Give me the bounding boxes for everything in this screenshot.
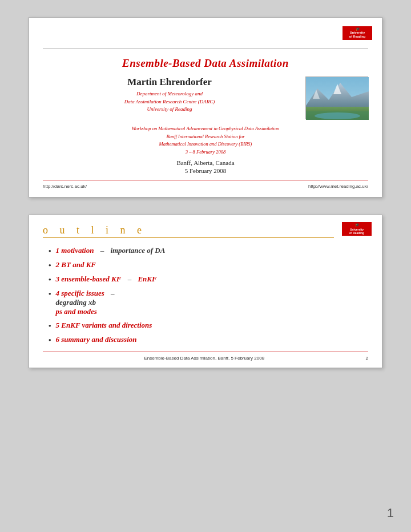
item-6-label: summary and discussion — [61, 335, 136, 344]
slide2-footer: Ensemble-Based Data Assimilation, Banff,… — [43, 354, 368, 362]
item-4-note-line1: degrading xb — [56, 298, 119, 307]
slide2-bottom-divider — [43, 352, 368, 352]
slide1-author-name: Martin Ehrendorfer — [43, 76, 296, 88]
item-6-number: 6 — [56, 335, 62, 344]
slide1-top-divider — [43, 49, 368, 49]
slide1-author-block: Martin Ehrendorfer Department of Meteoro… — [43, 76, 296, 114]
svg-point-6 — [315, 112, 360, 119]
item-4-number: 4 — [56, 289, 62, 297]
slide-1: 🎓 University of Reading Ensemble-Based D… — [29, 17, 382, 198]
item-1-number: 1 — [56, 246, 62, 255]
slide1-date: 5 February 2008 — [43, 167, 368, 174]
slide1-workshop: Workshop on Mathematical Advancement in … — [43, 125, 368, 156]
outline-item-6: • 6 summary and discussion — [49, 335, 368, 345]
item-2-number: 2 — [56, 260, 62, 269]
bullet-5: • — [49, 321, 51, 331]
outline-item-4: • 4 specific issues – degrading xb ps an… — [49, 289, 368, 316]
item-3-dash: – — [128, 275, 134, 283]
bullet-4: • — [49, 289, 51, 299]
slide1-logo: 🎓 University of Reading — [342, 25, 373, 42]
outline-list: • 1 motivation – importance of DA • 2 BT… — [43, 246, 368, 345]
slide2-footer-center: Ensemble-Based Data Assimilation, Banff,… — [43, 356, 366, 361]
item-4-dash: – — [111, 289, 115, 297]
item-3-label: ensemble-based KF — [61, 275, 121, 283]
item-2-label: BT and KF — [61, 260, 96, 269]
bullet-2: • — [49, 261, 51, 270]
outline-item-3: • 3 ensemble-based KF – EnKF — [49, 275, 368, 284]
slide2-top-divider — [43, 237, 334, 238]
outline-item-5: • 5 EnKF variants and directions — [49, 321, 368, 331]
outline-item-1: • 1 motivation – importance of DA — [49, 246, 368, 256]
item-3-note: EnKF — [138, 275, 156, 283]
slide-2: 🎓 University of Reading o u t l i n e • … — [29, 215, 382, 368]
slide1-photo — [305, 76, 368, 119]
item-3-number: 3 — [56, 275, 62, 283]
slide1-dept: Department of Meteorology and Data Assim… — [43, 90, 296, 114]
item-1-dash: – — [100, 246, 106, 255]
logo-box-1: 🎓 University of Reading — [342, 26, 372, 41]
item-5-number: 5 — [56, 321, 62, 329]
item-4-label: specific issues — [61, 289, 104, 297]
item-5-label: EnKF variants and directions — [61, 321, 152, 329]
slide1-footer: http://darc.nerc.ac.uk/ http://www.met.r… — [43, 183, 368, 190]
item-1-note: importance of DA — [110, 246, 165, 255]
slide1-location: Banff, Alberta, Canada — [43, 159, 368, 166]
bullet-3: • — [49, 275, 51, 284]
page-number: 1 — [387, 506, 394, 521]
item-4-note-line2: ps and modes — [56, 307, 119, 316]
item-4-note: degrading xb ps and modes — [56, 298, 119, 316]
slide1-bottom-divider — [43, 180, 368, 180]
slide2-title: o u t l i n e — [43, 224, 146, 236]
slide2-header-row: o u t l i n e — [43, 224, 368, 236]
slide1-footer-left: http://darc.nerc.ac.uk/ — [43, 184, 87, 189]
bullet-1: • — [49, 247, 51, 256]
slide1-title: Ensemble-Based Data Assimilation — [43, 57, 368, 70]
slide2-logo: 🎓 University of Reading — [342, 222, 373, 239]
slide2-footer-page: 2 — [366, 356, 368, 361]
slide1-footer-right: http://www.met.reading.ac.uk/ — [308, 184, 368, 189]
outline-item-2: • 2 BT and KF — [49, 260, 368, 270]
item-1-label: motivation — [61, 246, 94, 255]
bullet-6: • — [49, 336, 51, 345]
slide1-content-row: Martin Ehrendorfer Department of Meteoro… — [43, 76, 368, 119]
logo-box-2: 🎓 University of Reading — [342, 222, 372, 236]
